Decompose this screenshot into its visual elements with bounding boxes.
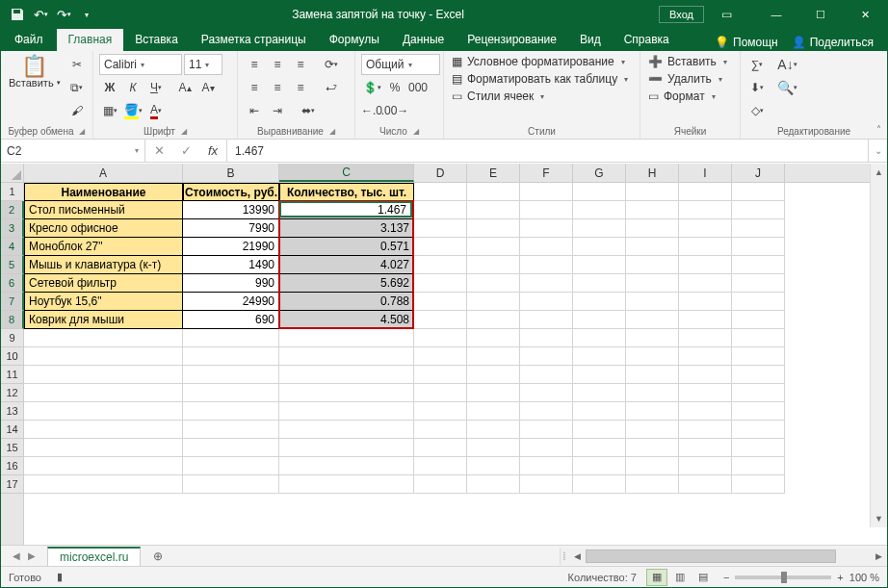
comma-format-button[interactable]: 000 [407,77,429,98]
vertical-scrollbar[interactable]: ▲ ▼ [870,164,887,527]
collapse-ribbon-icon[interactable]: ˄ [876,124,881,135]
cell[interactable] [573,274,626,293]
horizontal-scrollbar[interactable]: ⁞ ◀ ▶ [560,548,887,565]
cell[interactable] [732,457,785,475]
cells-area[interactable]: НаименованиеСтоимость, руб.Количество, т… [24,183,870,527]
cell[interactable] [414,311,467,329]
cell[interactable] [573,219,626,238]
cell[interactable] [520,183,573,201]
cell[interactable] [732,402,785,421]
cell[interactable]: Количество, тыс. шт. [279,183,414,201]
sort-filter-button[interactable]: A↓▾ [775,54,799,75]
cell[interactable] [520,201,573,219]
cell[interactable] [626,256,679,274]
format-cells-button[interactable]: ▭Формат▾ [646,89,734,104]
name-box[interactable]: C2▾ [1,140,145,162]
cell[interactable] [279,384,414,402]
cell[interactable] [573,384,626,402]
decrease-decimal-button[interactable]: .00→ [384,100,405,121]
cell[interactable] [520,329,573,347]
conditional-format-button[interactable]: ▦Условное форматирование▾ [450,54,634,69]
cell[interactable] [414,201,467,219]
cell[interactable] [573,293,626,311]
cell[interactable] [467,329,520,347]
tab-view[interactable]: Вид [568,29,613,51]
redo-icon[interactable]: ↷▾ [53,4,74,25]
cell[interactable] [573,421,626,439]
cell[interactable] [626,384,679,402]
merge-button[interactable]: ⬌▾ [298,100,319,121]
cell[interactable]: Стол письменный [24,201,183,219]
column-header[interactable]: D [414,164,467,182]
cell[interactable] [414,274,467,293]
cell[interactable] [414,347,467,366]
cell[interactable] [183,421,279,439]
cell[interactable]: Наименование [24,183,183,201]
cell[interactable] [520,457,573,475]
cell[interactable] [520,274,573,293]
cell[interactable]: 690 [183,311,279,329]
cancel-formula-icon[interactable]: ✕ [145,143,172,158]
new-sheet-button[interactable]: ⊕ [146,550,170,563]
cell[interactable] [573,366,626,384]
cell[interactable] [679,384,732,402]
column-header[interactable]: J [732,164,785,182]
cell[interactable]: 0.788 [279,293,414,311]
cell[interactable] [573,475,626,494]
decrease-indent-button[interactable]: ⇤ [244,100,265,121]
accounting-format-button[interactable]: 💲▾ [361,77,382,98]
cell[interactable] [520,402,573,421]
cell[interactable] [626,347,679,366]
row-header[interactable]: 13 [1,402,23,421]
cell[interactable] [24,347,183,366]
cell[interactable]: Стоимость, руб. [183,183,279,201]
increase-font-button[interactable]: A▴ [174,77,196,98]
row-header[interactable]: 7 [1,293,24,311]
cell[interactable] [183,402,279,421]
cell[interactable] [626,457,679,475]
cell[interactable] [467,274,520,293]
row-header[interactable]: 6 [1,274,24,293]
cell[interactable] [520,293,573,311]
close-button[interactable]: ✕ [843,1,887,28]
sheet-tab[interactable]: microexcel.ru [47,547,141,566]
row-header[interactable]: 11 [1,366,23,384]
cell[interactable] [279,347,414,366]
cell[interactable] [732,256,785,274]
align-left-button[interactable]: ≡ [244,77,265,98]
cell[interactable]: 24990 [183,293,279,311]
row-header[interactable]: 2 [1,201,24,219]
cell[interactable] [679,219,732,238]
cell[interactable] [414,421,467,439]
cell[interactable]: Сетевой фильтр [24,274,183,293]
cell[interactable] [414,475,467,494]
percent-format-button[interactable]: % [384,77,405,98]
cell[interactable] [183,384,279,402]
save-icon[interactable] [7,4,28,25]
tell-me-button[interactable]: 💡Помощн [711,34,782,51]
cell[interactable] [414,439,467,457]
zoom-slider[interactable] [735,575,831,579]
cell[interactable] [467,384,520,402]
copy-button[interactable]: ⧉▾ [66,77,88,98]
row-header[interactable]: 10 [1,347,23,366]
cell[interactable] [626,329,679,347]
cell[interactable] [732,183,785,201]
scroll-right-icon[interactable]: ▶ [870,551,887,561]
cell[interactable] [732,311,785,329]
cell[interactable] [520,311,573,329]
cell[interactable] [520,421,573,439]
number-format-combo[interactable]: Общий▾ [361,54,440,75]
cell[interactable] [183,439,279,457]
cell[interactable] [279,366,414,384]
autosum-button[interactable]: ∑▾ [746,54,768,75]
cell[interactable] [732,274,785,293]
cell[interactable] [467,293,520,311]
cell[interactable] [626,219,679,238]
cell[interactable] [414,183,467,201]
row-header[interactable]: 1 [1,183,23,201]
cell[interactable] [279,421,414,439]
paste-button[interactable]: 📋 Вставить▾ [7,54,63,89]
cell[interactable] [24,457,183,475]
cell[interactable] [467,366,520,384]
